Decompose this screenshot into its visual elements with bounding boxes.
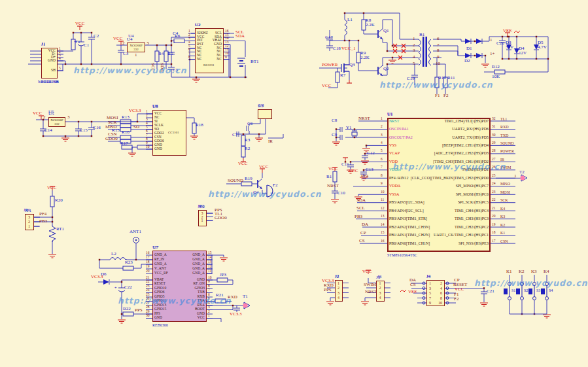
pin-name: TIM1_CH4/(HS)PC4 [455,209,489,213]
pin-name: SH [51,69,56,73]
junction-dot [344,40,345,41]
label-c6: C6 [247,122,252,126]
junction-dot [196,77,197,78]
junction-dot [52,217,53,218]
wire [402,290,404,292]
wire [400,290,402,292]
pin-number: 2 [28,220,30,224]
label-j1: J1 [41,42,45,46]
label-1: 1 [135,53,137,58]
resistor-symbol [50,196,54,207]
resistor-symbol [174,39,184,43]
pin-name: SPI_NSS/(HS)PE3 [458,241,489,245]
junction-dot [137,121,138,122]
diode-symbol [476,53,482,58]
junction-dot [366,145,367,146]
junction-dot [78,135,79,137]
wire [378,65,383,69]
label-r1: R1 [326,175,332,179]
net-label-k4: K4 [500,207,505,211]
diode-symbol [476,39,482,44]
button-actuator [541,288,545,294]
pin-number: 9 [381,182,383,186]
pin-name: [CLK_CCO][TIM1_BKIN]TIM3_CH2/(HS)PD0 [411,176,489,180]
label-u2: U2 [195,23,201,27]
pin-number: 17 [492,239,496,243]
label-pf4: PF4 [39,212,46,217]
pin-name: OSCIN/PA1 [389,127,409,131]
pin-name: GPIO6 [154,290,165,294]
pin-name: VSS [389,143,396,147]
pin-number: 14 [381,223,385,227]
crystal-symbol [352,132,357,135]
junction-dot [392,45,393,46]
label-vcc: VCC [75,22,84,26]
label-c13: C13 [366,167,373,172]
label-2: 2 [122,41,125,46]
pin-number: 10 [438,301,442,305]
junction-dot [350,161,351,162]
label-r12: R12 [492,65,500,69]
pin-name: VDDA [389,184,400,188]
pin-number: 17 [146,256,150,260]
pin-number: 6 [440,291,442,295]
junction-dot [502,36,503,37]
testpoint-pad [521,176,525,181]
pin-number: 8 [381,174,383,178]
pin-name: RESET [154,282,165,286]
label-q2: Q2 [383,67,389,71]
label-3: 3 [413,48,415,53]
pin-number: 31 [492,125,496,129]
label-pps: PPS [324,288,332,292]
label-c21: C21 [487,289,494,294]
label-pb3: PB3 [355,215,362,219]
pin-number: 15 [381,231,385,235]
pin-number: 12 [208,265,212,269]
label-pf4: PF4 [361,174,368,179]
junction-dot [516,58,517,60]
pin-name: GND [154,147,162,151]
pin-number: 30 [146,314,150,318]
label-1: 1 [413,37,415,41]
pin-number: 21 [492,207,496,211]
label-r17: R17 [120,141,128,146]
pin-name: GND_A [154,262,167,266]
label-u8: U8 [152,104,158,109]
pin-name: GPIO15 [154,307,166,311]
chip-text-u5: XC6206P332 [48,118,65,126]
pin-number: 6 [381,158,383,162]
pin-name: UART1_CK/TIM1_CH1/(HS)PC1 [434,233,489,237]
pin-number: 16 [146,251,150,255]
pin-number: 1 [381,117,383,121]
label-j3: J3 [377,275,381,279]
junction-dot [73,32,74,33]
label-10k: 10K [492,75,500,79]
junction-dot [91,63,92,65]
junction-dot [52,221,53,222]
pin-number: 9 [225,56,227,60]
net-label-rxd: RXD [500,125,509,129]
pin-number: 1 [429,281,431,285]
watermark: http://www.ycyudo.cn [379,80,493,90]
label-r2: R2 [245,147,250,151]
label-r19: R19 [245,177,252,181]
label-vee: VEE [408,290,417,294]
label-gdo0: GDO0 [215,216,227,220]
label-6: 6 [437,37,440,41]
junction-dot [358,40,359,41]
pin-number: 16 [381,239,385,243]
label-vcc: VCC [47,186,56,190]
wire [514,31,516,33]
label-f1: F1 [75,40,80,44]
junction-dot [80,63,82,65]
pin-number: 4 [440,287,442,290]
partnumber-u1: STM8S105K4T6C [387,253,417,257]
key-label-k2: K2 [519,270,525,274]
junction-dot [336,128,337,130]
pin-name: BOOT [195,307,205,311]
junction-dot [474,55,476,56]
label-c7: C7 [232,133,237,137]
label-c3: C3 [123,52,128,56]
label-ds3231: DS3231 [203,63,214,67]
pin-number: 20 [492,215,496,218]
